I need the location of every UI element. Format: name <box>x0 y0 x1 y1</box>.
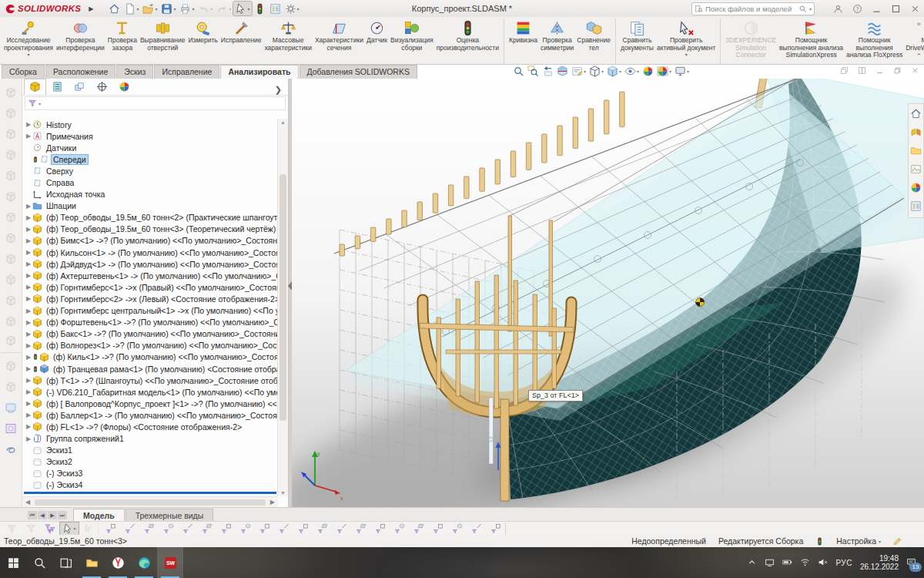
filter-sketch-segments-button[interactable] <box>275 523 293 535</box>
rebuild-button[interactable] <box>253 2 267 15</box>
doc-tab-nav-button[interactable]: ⏮ <box>28 511 37 519</box>
expand-arrow-icon[interactable]: ▶ <box>25 377 32 384</box>
display-tray-icon[interactable] <box>765 557 775 569</box>
view-palette-tab[interactable] <box>910 163 922 176</box>
filter-bodies-button[interactable] <box>159 523 178 535</box>
expand-arrow-icon[interactable]: ▶ <box>25 249 32 256</box>
filter-midpoints-button[interactable] <box>294 523 313 535</box>
hidden-icons-button[interactable] <box>747 557 757 569</box>
scrollbar-thumb[interactable] <box>280 174 286 421</box>
tab-evaluate[interactable]: Анализировать <box>220 65 298 79</box>
graphics-viewport[interactable]: x y Sp_3 от FL<1> <box>292 79 924 507</box>
tab-addins[interactable]: Добавления SOLIDWORKS <box>300 65 417 79</box>
expand-arrow-icon[interactable]: ▶ <box>25 412 32 418</box>
screen-capture-tool[interactable] <box>1 418 21 439</box>
new-document-button[interactable] <box>122 2 140 15</box>
tree-item[interactable]: ▶ (ф) Теор_обводы_19.5м_60 тонн<2> (Прак… <box>22 212 278 223</box>
tree-item[interactable]: ▶ Сверху <box>22 165 278 176</box>
interference-check-button[interactable]: Проверка интерференции <box>55 18 106 64</box>
network-tray-icon[interactable] <box>800 557 810 569</box>
filter-faces-button[interactable] <box>140 523 159 535</box>
tree-item[interactable]: ▶ (ф) Бакс<1> ->? (По умолчанию) <<По ум… <box>22 328 278 340</box>
tree-item[interactable]: ▶ Примечания <box>22 130 278 142</box>
multiple-filters-button[interactable] <box>41 523 59 535</box>
assembly-visualization-button[interactable]: Визуализация сборки <box>389 18 435 64</box>
tree-item[interactable]: ▶ (ф) Киль<1> ->? (По умолчанию) <<По ум… <box>22 351 278 363</box>
expand-arrow-icon[interactable]: ▶ <box>25 354 32 361</box>
features-tool-12[interactable] <box>1 311 21 331</box>
filter-balloons-button[interactable] <box>390 523 409 535</box>
tree-item[interactable]: ▶ Группа сопряжений1 <box>22 433 278 445</box>
features-tool-8[interactable] <box>1 227 21 248</box>
file-explorer-app[interactable] <box>79 547 105 578</box>
scroll-right-icon[interactable]: ▶ <box>270 499 275 506</box>
filter-center-marks-button[interactable] <box>313 523 332 535</box>
filter-edges-button[interactable] <box>121 523 139 535</box>
tree-item[interactable]: ▶ (ф) Горнтимберс центральный<1> ->х (По… <box>22 305 278 317</box>
restore-document-button[interactable] <box>893 66 902 76</box>
filter-origins-button[interactable] <box>217 523 236 535</box>
pencil-icon[interactable] <box>893 537 902 546</box>
smart-select-button[interactable] <box>79 523 99 535</box>
features-tool-14[interactable] <box>1 355 21 376</box>
filter-connection-points-button[interactable] <box>448 523 467 535</box>
expand-arrow-icon[interactable]: ▶ <box>25 365 32 372</box>
expand-arrow-icon[interactable]: ▶ <box>25 295 32 302</box>
displaymanager-tab[interactable] <box>113 79 136 95</box>
tree-item[interactable]: ▶ (ф) Бимс<1> ->? (По умолчанию) <<По ум… <box>22 235 278 247</box>
tree-item[interactable]: ▶ (ф) Теор_обводы_19.5м_60 тонн<3> (Теор… <box>22 223 278 235</box>
tree-item[interactable]: ▶ Исходная точка <box>22 189 278 200</box>
simulationxpress-wizard-button[interactable]: Помощник выполнения анализа SimulationXp… <box>778 18 845 64</box>
tree-item[interactable]: ▶ History <box>22 119 278 130</box>
tree-vertical-scrollbar[interactable]: ▲ ▼ <box>277 119 288 496</box>
filter-weld-symbols-button[interactable] <box>410 523 428 535</box>
3dexperience-simulation-connector-button[interactable]: 3DEXPERIENCE Simulation Connector <box>724 18 778 64</box>
expand-arrow-icon[interactable]: ▶ <box>25 319 32 326</box>
close-icon[interactable] <box>910 4 920 14</box>
tree-item[interactable]: ▶ (ф) Транцевая рама<1> (По умолчанию) <… <box>22 363 278 375</box>
features-tool-10[interactable] <box>1 269 21 290</box>
expand-arrow-icon[interactable]: ▶ <box>25 133 32 139</box>
minimize-document-button[interactable] <box>875 66 884 76</box>
expand-arrow-icon[interactable]: ▶ <box>25 121 32 128</box>
expand-arrow-icon[interactable]: ▶ <box>25 272 32 279</box>
compare-documents-button[interactable]: Сравнить документы <box>619 18 655 64</box>
rollback-bar[interactable] <box>24 492 276 494</box>
print-button[interactable] <box>178 2 196 15</box>
zoom-to-area-button[interactable] <box>527 66 539 77</box>
tile-window-button[interactable] <box>858 66 866 76</box>
design-library-tab[interactable] <box>910 126 922 139</box>
features-tool-11[interactable] <box>1 290 21 311</box>
home-button[interactable] <box>107 2 122 15</box>
solidworks-app[interactable]: SW <box>157 547 183 578</box>
new-window-button[interactable] <box>840 66 849 76</box>
measure-button[interactable]: Измерить <box>186 18 219 64</box>
filter-dimensions-button[interactable] <box>333 523 351 535</box>
tree-item[interactable]: ▶ (ф) Горнтимберс<1> ->х (Правый) <<По у… <box>22 281 278 293</box>
tree-item[interactable]: ▶ Эскиз2 <box>22 456 278 468</box>
file-explorer-tab[interactable] <box>910 145 922 158</box>
filter-dropdown-arrow[interactable]: ▾ <box>38 101 41 106</box>
options-button[interactable] <box>283 2 301 15</box>
tree-item[interactable]: ▶ (ф) Волнорез<1> ->? (По умолчанию) <<П… <box>22 340 278 351</box>
undo-button[interactable] <box>196 2 214 15</box>
mass-properties-button[interactable]: Массовые характеристики <box>263 18 313 64</box>
panel-flyout-button[interactable]: ❯ <box>275 85 282 95</box>
maximize-icon[interactable] <box>891 4 901 14</box>
features-tool-13[interactable] <box>1 331 21 353</box>
features-tool-2[interactable] <box>1 102 21 123</box>
clearance-check-button[interactable]: Проверка зазора <box>106 18 139 64</box>
performance-evaluation-button[interactable]: Оценка производительности <box>435 18 504 64</box>
ribbon-collapse-button[interactable]: ⌃ <box>916 52 922 60</box>
help-icon[interactable]: ? <box>852 4 862 14</box>
filter-planes-button[interactable] <box>198 523 216 535</box>
edit-appearance-button[interactable] <box>642 66 654 77</box>
expand-arrow-icon[interactable]: ▶ <box>25 342 32 349</box>
features-tool-6[interactable] <box>1 186 21 207</box>
features-tool-15[interactable] <box>1 376 21 397</box>
tree-horizontal-scrollbar[interactable]: ◀ ▶ <box>22 496 278 507</box>
expand-arrow-icon[interactable]: ▶ <box>25 237 32 244</box>
filter-coordinate-systems-button[interactable] <box>236 523 255 535</box>
tree-item[interactable]: ▶ Спереди <box>22 153 278 165</box>
expand-arrow-icon[interactable]: ▶ <box>25 400 32 407</box>
